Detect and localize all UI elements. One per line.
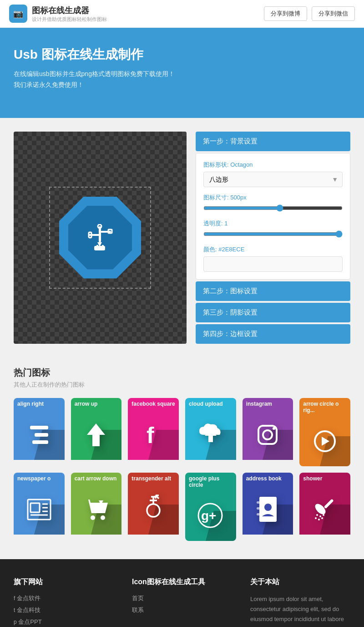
svg-point-47: [319, 515, 321, 517]
svg-point-28: [101, 515, 105, 520]
footer-link-home[interactable]: 首页: [132, 594, 232, 602]
icons-grid: align right arrow up: [14, 398, 350, 541]
svg-point-50: [318, 519, 320, 520]
step3-header[interactable]: 第三步：阴影设置: [196, 303, 350, 322]
svg-rect-10: [30, 426, 48, 429]
svg-point-18: [273, 427, 275, 430]
color-hex-value: #2E8ECE: [218, 246, 244, 253]
footer-link-jindan-software[interactable]: f 金点软件: [14, 594, 114, 602]
cart-icon: [81, 496, 111, 523]
shape-label: 图标形状: Octagon: [203, 161, 343, 169]
svg-rect-42: [257, 513, 260, 515]
size-label: 图标尺寸: 500px: [203, 194, 343, 202]
icon-body: [243, 484, 293, 535]
color-label: 颜色: #2E8ECE: [203, 245, 343, 254]
list-item[interactable]: cloud upload: [185, 398, 236, 466]
icon-body: [299, 484, 350, 535]
svg-rect-11: [35, 433, 48, 437]
list-item[interactable]: newspaper o: [14, 473, 65, 541]
svg-rect-9: [102, 245, 104, 248]
icon-body: [128, 484, 179, 535]
logo-text: 图标在线生成器 设计并借助优质图标轻松制作图标: [32, 5, 107, 23]
header-buttons: 分享到微博 分享到微信: [264, 6, 355, 21]
logo-icon: 📷: [9, 5, 27, 23]
list-item[interactable]: arrow circle o rig...: [299, 398, 350, 466]
instagram-icon: [254, 421, 281, 449]
svg-text:f: f: [147, 423, 154, 448]
svg-point-49: [315, 517, 317, 519]
step4-header[interactable]: 第四步：边框设置: [196, 324, 350, 344]
footer-link-label: 金点科技: [17, 607, 40, 613]
footer-link-contact[interactable]: 联系: [132, 606, 232, 614]
hero-desc1: 在线编辑usb图标并生成png格式透明图标免费下载使用！: [14, 69, 350, 80]
svg-point-30: [147, 504, 160, 517]
shape-select[interactable]: 八边形 圆形 圆角矩形 矩形 菱形: [203, 172, 343, 187]
size-value: 500px: [230, 194, 246, 201]
hero-title: Usb 图标在线生成制作: [14, 46, 350, 63]
list-item[interactable]: facebook square f: [128, 398, 179, 466]
footer-col2-title: Icon图标在线生成工具: [132, 577, 232, 587]
list-item[interactable]: address book: [243, 473, 293, 541]
site-subtitle: 设计并借助优质图标轻松制作图标: [32, 16, 107, 23]
list-item[interactable]: transgender alt: [128, 473, 179, 541]
icon-label: transgender alt: [128, 473, 179, 484]
footer-main: 旗下网站 f 金点软件 t 金点科技 p 金点PPT G+ 金点模板 Icon图…: [0, 559, 364, 627]
opacity-value: 1: [224, 220, 228, 227]
list-item[interactable]: instagram: [243, 398, 293, 466]
settings-panel: 第一步：背景设置 图标形状: Octagon 八边形 圆形 圆角矩形 矩形 菱形…: [196, 132, 350, 344]
size-slider[interactable]: [203, 204, 343, 212]
icon-label: shower: [299, 473, 350, 484]
list-item[interactable]: shower: [299, 473, 350, 541]
opacity-label: 透明度: 1: [203, 219, 343, 228]
opacity-label-text: 透明度:: [203, 220, 224, 227]
svg-marker-13: [87, 423, 105, 446]
footer-link-jindan-tech[interactable]: t 金点科技: [14, 606, 114, 614]
size-range-wrapper: [203, 204, 343, 213]
google-plus-icon: g+: [196, 501, 225, 530]
footer-col1-title: 旗下网站: [14, 577, 114, 587]
main-content: 第一步：背景设置 图标形状: Octagon 八边形 圆形 圆角矩形 矩形 菱形…: [0, 118, 364, 357]
footer: 旗下网站 f 金点软件 t 金点科技 p 金点PPT G+ 金点模板 Icon图…: [0, 559, 364, 627]
icon-label: cloud upload: [185, 398, 236, 410]
usb-octagon: [59, 197, 141, 279]
facebook-icon: f: [140, 421, 167, 449]
shower-icon: [310, 494, 340, 524]
share-weibo-button[interactable]: 分享到微博: [264, 6, 307, 21]
footer-col-tools: Icon图标在线生成工具 首页 联系: [132, 577, 232, 627]
svg-point-27: [91, 515, 95, 520]
icon-label: newspaper o: [14, 473, 65, 484]
color-label-text: 颜色:: [203, 246, 218, 253]
svg-rect-4: [100, 231, 111, 233]
preview-panel: [14, 132, 187, 344]
newspaper-icon: [24, 496, 54, 523]
step2-header[interactable]: 第二步：图标设置: [196, 281, 350, 301]
step1-header[interactable]: 第一步：背景设置: [196, 132, 350, 151]
svg-rect-44: [324, 499, 334, 509]
icon-body: [14, 484, 65, 535]
list-item[interactable]: cart arrow down: [71, 473, 122, 541]
color-input[interactable]: #2E8ECE: [203, 256, 343, 272]
svg-rect-8: [96, 245, 98, 248]
share-weixin-button[interactable]: 分享到微信: [312, 6, 355, 21]
site-title: 图标在线生成器: [32, 5, 107, 16]
svg-point-45: [313, 502, 327, 516]
footer-link-jindan-ppt[interactable]: p 金点PPT: [14, 618, 114, 626]
hero-section: Usb 图标在线生成制作 在线编辑usb图标并生成png格式透明图标免费下载使用…: [0, 28, 364, 118]
svg-marker-20: [322, 437, 329, 446]
list-item[interactable]: arrow up: [71, 398, 122, 466]
icon-label: align right: [14, 398, 65, 410]
opacity-slider[interactable]: [203, 230, 343, 238]
svg-text:g+: g+: [201, 509, 216, 523]
list-item[interactable]: google plus circle g+: [185, 473, 236, 541]
footer-col-sites: 旗下网站 f 金点软件 t 金点科技 p 金点PPT G+ 金点模板: [14, 577, 114, 627]
list-item[interactable]: align right: [14, 398, 65, 466]
icon-label: address book: [243, 473, 293, 484]
size-label-text: 图标尺寸:: [203, 194, 230, 201]
step1-content: 图标形状: Octagon 八边形 圆形 圆角矩形 矩形 菱形 ▼ 图标尺寸: …: [196, 153, 350, 280]
arrow-up-icon: [82, 421, 110, 449]
icon-body: [14, 410, 65, 460]
facebook-icon: f: [14, 595, 15, 602]
footer-link-label: 金点PPT: [18, 618, 41, 625]
icon-label: cart arrow down: [71, 473, 122, 484]
hot-icons-section: 热门图标 其他人正在制作的热门图标 align right arrow up: [0, 357, 364, 559]
